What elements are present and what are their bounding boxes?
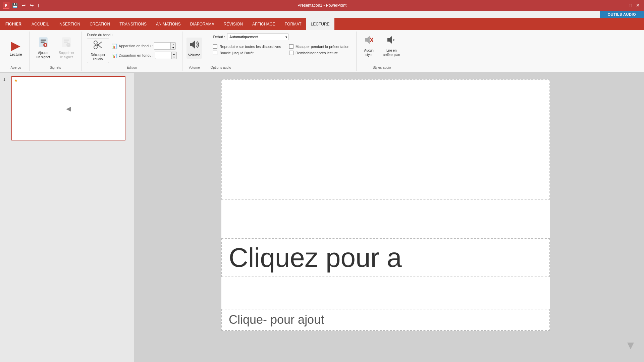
rembobiner-option: Rembobiner après lecture (289, 51, 350, 55)
tab-diaporama[interactable]: DIAPORAMA (185, 18, 219, 30)
volume-group-label: Volume (189, 64, 200, 69)
options-audio-content: Début : Automatiquement Au clic En séque… (210, 33, 352, 57)
lire-arriere-plan-button[interactable]: Lire enarrière-plan (380, 33, 403, 59)
svg-rect-10 (67, 45, 69, 45)
tab-revision[interactable]: RÉVISION (219, 18, 248, 30)
volume-group: Volume Volume (182, 32, 207, 71)
apparition-fondu-container: 📊 Apparition en fondu : 00,75 ▲ ▼ (112, 42, 177, 50)
signets-group: Ajouterun signet Supprimerle signet Sign… (30, 32, 82, 71)
volume-label: Volume (188, 53, 201, 57)
slides-panel: 1 ★ ◂ (0, 73, 134, 362)
apparition-label: Apparition en fondu : (119, 44, 153, 48)
ajouter-signet-label: Ajouterun signet (37, 51, 50, 59)
styles-audio-group: Aucunstyle Lire enarrière-plan Styles au… (357, 32, 407, 71)
apparition-spinbox[interactable]: 00,75 ▲ ▼ (154, 42, 176, 50)
boucle-checkbox[interactable] (213, 51, 217, 55)
apercu-content: ▶ Lecture (7, 33, 25, 63)
window-title: Présentation1 - PowerPoint (298, 3, 346, 8)
outils-audio-context-tab[interactable]: OUTILS AUDIO (600, 11, 644, 18)
reproduire-label: Reproduire sur toutes les diapositives (219, 45, 281, 49)
slide-thumb-container: 1 ★ ◂ (3, 76, 130, 140)
aucun-style-icon (364, 35, 374, 48)
options-audio-label: Options audio (210, 64, 231, 69)
editor-area: Cliquez pour a Clique- pour ajout (134, 73, 644, 362)
boucle-option: Boucle jusqu'à l'arrêt (213, 51, 281, 55)
apparition-input[interactable]: 00,75 (154, 43, 170, 49)
signets-label: Signets (50, 64, 61, 69)
slide-title-area[interactable]: Cliquez pour a (221, 238, 550, 277)
masquer-checkbox[interactable] (289, 44, 293, 49)
app-icon: P (3, 2, 9, 9)
apparition-up[interactable]: ▲ (171, 43, 175, 46)
svg-rect-7 (64, 40, 69, 41)
masquer-label: Masquer pendant la présentation (296, 45, 350, 49)
minimize-button[interactable]: — (619, 2, 627, 9)
tab-insertion[interactable]: INSERTION (54, 18, 85, 30)
aucun-style-label: Aucunstyle (364, 48, 374, 57)
duree-fondu-label: Durée du fondu (87, 33, 176, 37)
scroll-arrow (624, 339, 637, 354)
left-options: Reproduire sur toutes les diapositives B… (213, 43, 281, 56)
tab-fichier[interactable]: FICHIER (0, 18, 27, 30)
slide-content-placeholder (221, 79, 550, 200)
quick-save-button[interactable]: 💾 (11, 2, 19, 9)
apercu-label: Aperçu (11, 64, 21, 69)
volume-icon (189, 39, 200, 52)
masquer-option: Masquer pendant la présentation (289, 44, 350, 49)
tab-creation[interactable]: CRÉATION (85, 18, 115, 30)
close-button[interactable]: ✕ (635, 2, 641, 9)
slide-title-text: Cliquez pour a (229, 243, 402, 273)
lecture-button[interactable]: ▶ Lecture (7, 38, 25, 58)
rembobiner-checkbox[interactable] (289, 51, 293, 55)
supprimer-signet-button[interactable]: Supprimerle signet (56, 35, 77, 61)
edition-label: Édition (127, 64, 137, 69)
slide-number: 1 (3, 76, 9, 81)
styles-content: Aucunstyle Lire enarrière-plan (361, 33, 403, 59)
rembobiner-label: Rembobiner après lecture (296, 51, 338, 55)
tab-lecture[interactable]: LECTURE (306, 18, 334, 30)
decouper-audio-button[interactable]: Découperl'audio (87, 38, 109, 63)
tab-accueil[interactable]: ACCUEIL (27, 18, 54, 30)
svg-rect-5 (45, 44, 46, 46)
decouper-label: Découperl'audio (91, 53, 105, 61)
slide-star-icon: ★ (14, 78, 18, 83)
slide-thumbnail[interactable]: ★ ◂ (11, 76, 125, 140)
debut-select-wrap[interactable]: Automatiquement Au clic En séquence avec… (227, 34, 288, 40)
apparition-down[interactable]: ▼ (171, 46, 175, 49)
disparition-label: Disparition en fondu : (119, 53, 154, 57)
disparition-input[interactable]: 00,75 (155, 53, 171, 58)
title-bar-left: P 💾 ↩ ↪ | (3, 2, 39, 9)
undo-button[interactable]: ↩ (20, 2, 27, 9)
tab-affichage[interactable]: AFFICHAGE (248, 18, 280, 30)
debut-select[interactable]: Automatiquement Au clic En séquence avec… (227, 34, 288, 40)
maximize-button[interactable]: □ (628, 2, 633, 9)
svg-marker-15 (190, 41, 195, 49)
svg-marker-16 (365, 36, 370, 44)
svg-rect-1 (41, 40, 46, 41)
apercu-group: ▶ Lecture Aperçu (3, 32, 30, 71)
options-audio-group: Début : Automatiquement Au clic En séque… (206, 32, 356, 71)
ribbon: ▶ Lecture Aperçu Ajouterun signet Suppri… (0, 30, 644, 73)
disparition-down[interactable]: ▼ (172, 55, 176, 59)
signets-content: Ajouterun signet Supprimerle signet (34, 33, 77, 63)
redo-button[interactable]: ↪ (29, 2, 35, 9)
scissors-icon (93, 40, 103, 52)
tab-format[interactable]: FORMAT (280, 18, 306, 30)
audio-thumb-icon: ◂ (66, 103, 71, 114)
aucun-style-button[interactable]: Aucunstyle (361, 33, 377, 59)
svg-marker-19 (387, 36, 392, 44)
supprimer-signet-icon (61, 37, 72, 50)
bar-chart-icon-1: 📊 (112, 43, 117, 49)
tab-animations[interactable]: ANIMATIONS (151, 18, 185, 30)
ajouter-signet-button[interactable]: Ajouterun signet (34, 35, 53, 61)
slide-subtitle-area[interactable]: Clique- pour ajout (221, 309, 550, 331)
slide-thumb-inner: ★ ◂ (12, 77, 125, 140)
disparition-up[interactable]: ▲ (172, 52, 176, 55)
slide-editor[interactable]: Cliquez pour a Clique- pour ajout (221, 79, 550, 331)
reproduire-checkbox[interactable] (213, 44, 217, 49)
svg-rect-8 (64, 42, 68, 43)
context-tab-area: OUTILS AUDIO (0, 11, 644, 18)
volume-button[interactable]: Volume (186, 38, 202, 59)
tab-transitions[interactable]: TRANSITIONS (115, 18, 151, 30)
disparition-spinbox[interactable]: 00,75 ▲ ▼ (155, 52, 177, 59)
